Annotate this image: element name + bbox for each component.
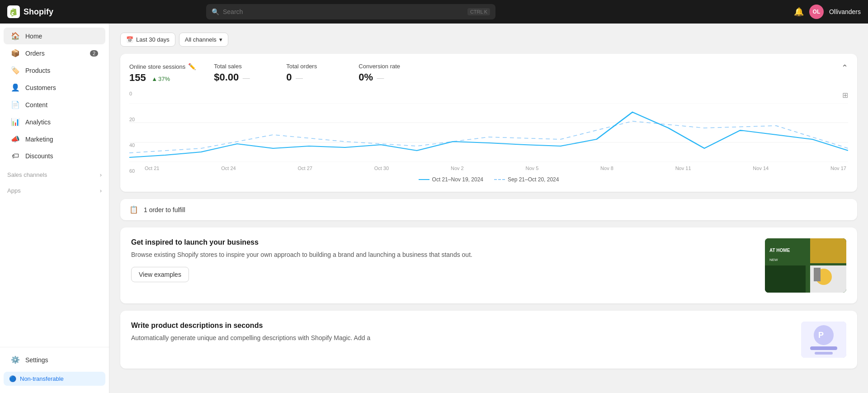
date-range-filter[interactable]: 📅 Last 30 days: [120, 33, 175, 47]
inspire-description: Browse existing Shopify stores to inspir…: [131, 250, 756, 260]
orders-icon: 📦: [11, 49, 20, 57]
avatar: OL: [809, 5, 824, 19]
write-description: Automatically generate unique and compel…: [131, 333, 792, 343]
sidebar-item-products[interactable]: 🏷️ Products: [4, 62, 105, 79]
sidebar-item-analytics[interactable]: 📊 Analytics: [4, 114, 105, 130]
sidebar-item-discounts[interactable]: 🏷 Discounts: [4, 148, 105, 164]
sidebar-item-content-label: Content: [25, 101, 47, 109]
online-sessions-value: 155 ▲ 37%: [129, 72, 196, 84]
settings-icon: ⚙️: [11, 355, 20, 364]
chart-svg-wrapper: Oct 21 Oct 24 Oct 27 Oct 30 Nov 2 Nov 5 …: [129, 103, 848, 171]
discounts-icon: 🏷: [11, 152, 20, 160]
sidebar-item-analytics-label: Analytics: [25, 118, 51, 126]
chart-wrapper: 60 40 20 0: [129, 103, 848, 171]
fulfill-card[interactable]: 📋 1 order to fulfill: [120, 199, 857, 220]
apps-section[interactable]: Apps ›: [0, 184, 109, 196]
sidebar-item-products-label: Products: [25, 67, 50, 74]
sidebar-item-settings[interactable]: ⚙️ Settings: [4, 351, 105, 368]
total-orders-stat: Total orders 0 —: [286, 63, 340, 83]
sales-channels-chevron: ›: [100, 171, 102, 178]
total-orders-value-row: 0 —: [286, 71, 340, 83]
products-icon: 🏷️: [11, 66, 20, 75]
write-card: Write product descriptions in seconds Au…: [120, 311, 857, 369]
sidebar: 🏠 Home 📦 Orders 2 🏷️ Products 👤 Customer…: [0, 24, 109, 393]
notification-button[interactable]: 🔔: [794, 7, 804, 17]
fulfill-label: 1 order to fulfill: [144, 206, 185, 213]
sidebar-item-settings-label: Settings: [25, 356, 48, 364]
write-title: Write product descriptions in seconds: [131, 322, 792, 330]
svg-rect-9: [814, 268, 821, 281]
non-transferable-banner[interactable]: 🔵 Non-transferable: [4, 372, 105, 386]
stats-collapse-button[interactable]: ⌃: [841, 63, 848, 73]
channel-filter-label: All channels: [185, 36, 217, 43]
analytics-icon: 📊: [11, 118, 20, 126]
chart-x-labels: Oct 21 Oct 24 Oct 27 Oct 30 Nov 2 Nov 5 …: [143, 164, 848, 171]
filter-bar: 📅 Last 30 days All channels ▾: [120, 33, 857, 47]
stats-header: Online store sessions ✏️ 155 ▲ 37% Tot: [129, 63, 848, 84]
sidebar-item-home[interactable]: 🏠 Home: [4, 28, 105, 44]
sidebar-item-orders-label: Orders: [25, 50, 45, 57]
inspire-card: Get inspired to launch your business Bro…: [120, 227, 857, 303]
svg-rect-15: [815, 352, 833, 355]
search-input[interactable]: [223, 8, 464, 15]
orders-badge: 2: [90, 50, 98, 57]
sidebar-item-discounts-label: Discounts: [25, 152, 53, 160]
chart-export-button[interactable]: ⊞: [842, 91, 848, 99]
write-content: Write product descriptions in seconds Au…: [131, 322, 792, 343]
apps-label: Apps: [7, 187, 21, 194]
main-layout: 🏠 Home 📦 Orders 2 🏷️ Products 👤 Customer…: [0, 24, 868, 393]
edit-sessions-icon[interactable]: ✏️: [188, 63, 196, 70]
sidebar-item-home-label: Home: [25, 33, 42, 40]
chart-y-labels: 60 40 20 0: [129, 91, 143, 174]
conversion-rate-value-row: 0% —: [359, 71, 413, 83]
legend-previous-line: [494, 179, 505, 180]
sales-channels-label: Sales channels: [7, 171, 47, 178]
sidebar-item-orders[interactable]: 📦 Orders 2: [4, 45, 105, 62]
total-sales-stat: Total sales $0.00 —: [214, 63, 268, 83]
search-bar[interactable]: 🔍 CTRL K: [206, 4, 495, 19]
marketing-icon: 📣: [11, 135, 20, 143]
view-examples-button[interactable]: View examples: [131, 267, 189, 282]
content-icon: 📄: [11, 100, 20, 109]
sessions-change: ▲ 37%: [151, 76, 170, 82]
sidebar-item-customers[interactable]: 👤 Customers: [4, 79, 105, 96]
sales-channels-section[interactable]: Sales channels ›: [0, 168, 109, 180]
svg-rect-14: [810, 346, 837, 350]
online-sessions-stat: Online store sessions ✏️ 155 ▲ 37%: [129, 63, 196, 84]
legend-previous: Sep 21–Oct 20, 2024: [494, 176, 559, 183]
calendar-icon: 📅: [126, 36, 133, 43]
sidebar-item-content[interactable]: 📄 Content: [4, 96, 105, 113]
brand-logo[interactable]: Shopify: [7, 5, 53, 18]
inspire-title: Get inspired to launch your business: [131, 238, 756, 246]
sidebar-bottom: ⚙️ Settings 🔵 Non-transferable: [0, 347, 109, 393]
customers-icon: 👤: [11, 83, 20, 92]
date-range-label: Last 30 days: [136, 36, 170, 43]
arrow-up-icon: ▲: [151, 76, 157, 82]
non-transferable-icon: 🔵: [9, 375, 16, 382]
online-sessions-label: Online store sessions ✏️: [129, 63, 196, 70]
inspire-content: Get inspired to launch your business Bro…: [131, 238, 756, 282]
conversion-rate-stat: Conversion rate 0% —: [359, 63, 413, 83]
search-icon: 🔍: [212, 8, 219, 15]
shopify-icon: [7, 5, 20, 18]
brand-name: Shopify: [24, 7, 53, 17]
legend-current: Oct 21–Nov 19, 2024: [419, 176, 483, 183]
sidebar-item-marketing[interactable]: 📣 Marketing: [4, 131, 105, 147]
channel-filter[interactable]: All channels ▾: [179, 33, 228, 47]
home-icon: 🏠: [11, 32, 20, 40]
svg-text:NEW: NEW: [769, 258, 778, 262]
total-sales-value-row: $0.00 —: [214, 71, 268, 83]
channel-filter-chevron: ▾: [219, 36, 222, 43]
svg-rect-6: [810, 238, 846, 263]
main-content: 📅 Last 30 days All channels ▾ Online sto…: [109, 24, 868, 393]
topbar: Shopify 🔍 CTRL K 🔔 OL Ollivanders: [0, 0, 868, 24]
svg-rect-5: [765, 265, 806, 293]
non-transferable-label: Non-transferable: [20, 375, 64, 382]
sidebar-nav: 🏠 Home 📦 Orders 2 🏷️ Products 👤 Customer…: [0, 24, 109, 347]
search-shortcut: CTRL K: [467, 8, 490, 15]
chart-area: ⊞ 60 40 20 0: [129, 91, 848, 183]
user-name: Ollivanders: [829, 8, 861, 15]
write-image: P: [801, 322, 846, 358]
stats-card: Online store sessions ✏️ 155 ▲ 37% Tot: [120, 54, 857, 192]
sidebar-item-customers-label: Customers: [25, 84, 56, 91]
